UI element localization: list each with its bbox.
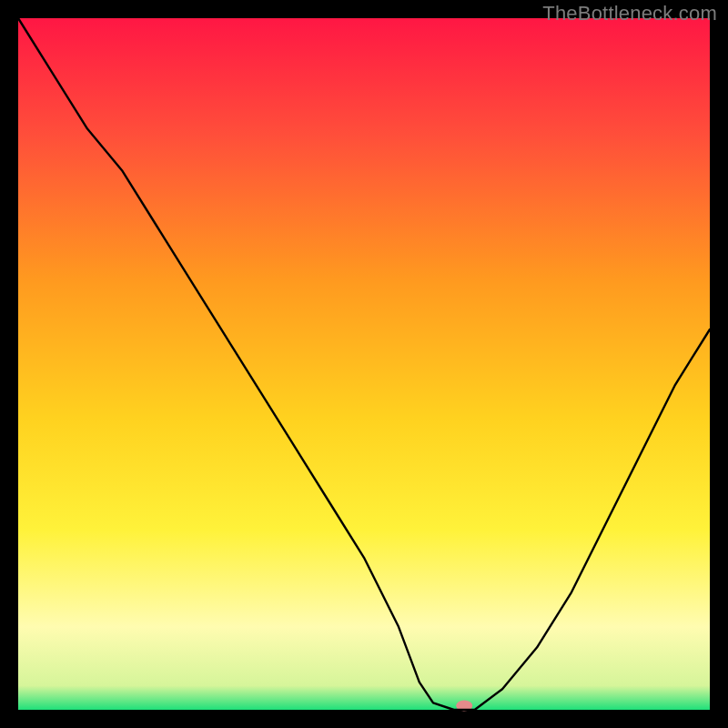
plot-background <box>18 18 710 710</box>
watermark-text: TheBottleneck.com <box>542 2 717 25</box>
bottleneck-chart <box>0 0 728 728</box>
